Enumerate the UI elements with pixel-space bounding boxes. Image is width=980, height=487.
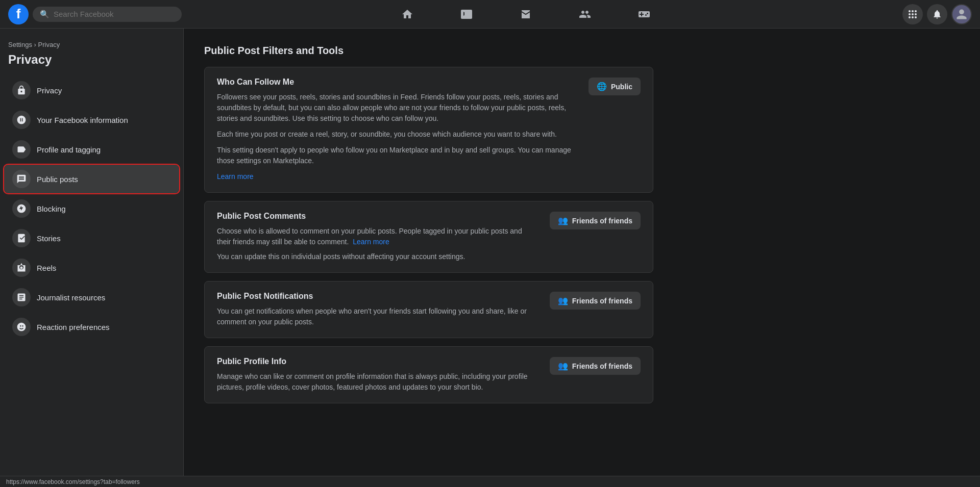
topnav-right [870,4,972,24]
card-inner: Who Can Follow Me Followers see your pos… [205,67,653,192]
public-post-notifications-card: Public Post Notifications You can get no… [204,281,653,338]
topnav-left: f 🔍 [8,4,182,24]
card-action: 👥 Friends of friends [550,292,641,310]
action-label: Friends of friends [572,217,632,225]
page-title: Privacy [0,50,183,75]
public-posts-icon [12,170,31,188]
search-input[interactable] [54,10,145,18]
sidebar: Settings › Privacy Privacy Privacy Your … [0,29,184,487]
status-bar: https://www.facebook.com/settings?tab=fo… [0,476,980,487]
privacy-icon [12,81,31,99]
search-icon: 🔍 [40,10,50,19]
post-comments-title: Public Post Comments [217,212,537,221]
svg-point-6 [915,13,917,15]
card-action: 👥 Friends of friends [550,212,641,229]
card-row: Public Profile Info Manage who can like … [217,357,641,393]
sidebar-item-reels[interactable]: Reels [4,253,179,282]
svg-point-7 [909,16,911,18]
card-action: 👥 Friends of friends [550,357,641,375]
sidebar-item-label: Blocking [37,204,66,213]
sidebar-item-profile-tagging[interactable]: Profile and tagging [4,135,179,164]
sidebar-item-public-posts[interactable]: Public posts [4,165,179,193]
card-row: Who Can Follow Me Followers see your pos… [217,78,641,182]
card-inner: Public Profile Info Manage who can like … [205,347,653,403]
svg-point-2 [912,10,914,12]
sidebar-item-label: Privacy [37,86,62,95]
reactions-icon [12,318,31,336]
action-label: Public [611,83,632,91]
section-title: Public Post Filters and Tools [204,45,653,57]
card-text: Public Post Comments Choose who is allow… [217,212,537,262]
topnav-center-nav [182,2,870,27]
post-notifications-action-button[interactable]: 👥 Friends of friends [550,292,641,310]
sidebar-item-label: Profile and tagging [37,145,101,154]
card-row: Public Post Notifications You can get no… [217,292,641,327]
profile-tagging-icon [12,140,31,159]
sidebar-item-label: Journalist resources [37,293,105,302]
card-text: Public Profile Info Manage who can like … [217,357,537,393]
action-label: Friends of friends [572,297,632,305]
sidebar-item-label: Stories [37,234,61,243]
stories-icon [12,229,31,247]
sidebar-item-stories[interactable]: Stories [4,224,179,252]
post-comments-action-button[interactable]: 👥 Friends of friends [550,212,641,229]
sidebar-item-reactions[interactable]: Reaction preferences [4,313,179,341]
svg-point-1 [909,10,911,12]
sidebar-item-label: Reaction preferences [37,323,110,331]
post-comments-body: Choose who is allowed to comment on your… [217,226,537,262]
search-bar[interactable]: 🔍 [33,7,182,22]
action-label: Friends of friends [572,362,632,370]
card-inner: Public Post Comments Choose who is allow… [205,201,653,272]
card-inner: Public Post Notifications You can get no… [205,281,653,338]
post-notifications-title: Public Post Notifications [217,292,537,301]
svg-point-3 [915,10,917,12]
facebook-logo[interactable]: f [8,4,29,24]
facebook-info-icon [12,111,31,129]
card-text: Public Post Notifications You can get no… [217,292,537,327]
status-url: https://www.facebook.com/settings?tab=fo… [6,478,140,485]
nav-groups-button[interactable] [556,2,614,27]
top-navigation: f 🔍 [0,0,980,29]
sidebar-item-journalist[interactable]: Journalist resources [4,283,179,312]
public-profile-info-card: Public Profile Info Manage who can like … [204,346,653,403]
sidebar-item-label: Your Facebook information [37,116,128,124]
blocking-icon [12,199,31,218]
nav-home-button[interactable] [379,2,436,27]
card-action: 🌐 Public [589,78,641,95]
grid-menu-button[interactable] [902,4,923,24]
profile-info-body: Manage who can like or comment on profil… [217,371,537,393]
post-comments-learn-more[interactable]: Learn more [353,238,389,246]
user-avatar[interactable] [951,4,972,24]
svg-point-4 [909,13,911,15]
who-can-follow-card: Who Can Follow Me Followers see your pos… [204,67,653,193]
card-text: Who Can Follow Me Followers see your pos… [217,78,576,182]
profile-info-title: Public Profile Info [217,357,537,366]
friends-of-friends-icon: 👥 [558,361,568,371]
svg-point-10 [20,267,23,269]
post-notifications-body: You can get notifications when people wh… [217,306,537,327]
svg-point-8 [912,16,914,18]
notifications-button[interactable] [927,4,947,24]
sidebar-item-privacy[interactable]: Privacy [4,76,179,105]
card-row: Public Post Comments Choose who is allow… [217,212,641,262]
sidebar-item-label: Reels [37,264,56,272]
reels-icon [12,259,31,277]
nav-gaming-button[interactable] [616,2,673,27]
svg-point-5 [912,13,914,15]
who-can-follow-title: Who Can Follow Me [217,78,576,87]
sidebar-item-label: Public posts [37,175,78,184]
sidebar-item-blocking[interactable]: Blocking [4,194,179,223]
journalist-icon [12,288,31,306]
breadcrumb: Settings › Privacy [0,37,183,50]
public-globe-icon: 🌐 [597,82,607,91]
who-can-follow-learn-more[interactable]: Learn more [217,172,254,181]
who-can-follow-action-button[interactable]: 🌐 Public [589,78,641,95]
friends-of-friends-icon: 👥 [558,216,568,225]
svg-point-9 [915,16,917,18]
nav-marketplace-button[interactable] [497,2,554,27]
profile-info-action-button[interactable]: 👥 Friends of friends [550,357,641,375]
nav-watch-button[interactable] [438,2,495,27]
sidebar-item-facebook-info[interactable]: Your Facebook information [4,106,179,134]
who-can-follow-body1: Followers see your posts, reels, stories… [217,92,576,182]
main-content: Public Post Filters and Tools Who Can Fo… [184,29,674,487]
